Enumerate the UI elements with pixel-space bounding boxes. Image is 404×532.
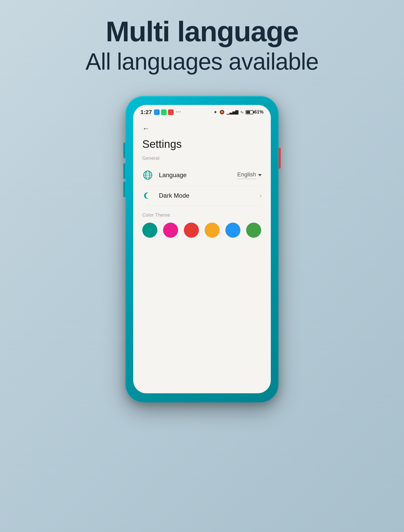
battery-fill <box>246 111 250 114</box>
globe-icon-container <box>142 170 153 181</box>
color-swatch-orange[interactable] <box>205 223 220 238</box>
color-swatch-blue[interactable] <box>225 223 240 238</box>
phone-screen: 1:27 ··· ✦ 🔕 ▁▃▅▇ ∿ <box>133 105 271 393</box>
mute-icon: 🔕 <box>219 110 225 115</box>
back-button[interactable]: ← <box>142 124 262 133</box>
status-bar-left: 1:27 ··· <box>140 109 181 116</box>
status-more-dots: ··· <box>176 109 181 115</box>
color-swatch-teal[interactable] <box>142 223 157 238</box>
color-theme-label: Color Theme <box>142 212 262 218</box>
battery-icon <box>246 110 253 114</box>
dark-mode-setting-item[interactable]: Dark Mode › <box>142 185 262 206</box>
signal-icon: ▁▃▅▇ <box>227 110 238 115</box>
header-title-line1: Multi language <box>85 16 319 47</box>
language-dropdown-arrow <box>258 174 262 176</box>
phone-frame: 1:27 ··· ✦ 🔕 ▁▃▅▇ ∿ <box>125 96 279 402</box>
header-title-line2: All languages available <box>85 48 319 75</box>
chevron-right-icon: › <box>260 192 262 199</box>
language-setting-item[interactable]: Language English <box>142 165 262 185</box>
globe-icon <box>143 170 152 180</box>
general-section-label: General <box>142 156 262 161</box>
moon-icon-shape <box>143 191 152 200</box>
moon-icon-container <box>142 190 153 201</box>
color-swatch-green[interactable] <box>246 223 261 238</box>
moon-svg <box>143 191 152 200</box>
language-label: Language <box>159 171 237 179</box>
telegram-icon <box>154 109 160 115</box>
color-swatches-container <box>142 223 262 238</box>
status-bar: 1:27 ··· ✦ 🔕 ▁▃▅▇ ∿ <box>133 105 271 119</box>
screen-content: ← Settings General <box>133 119 271 243</box>
gmail-icon <box>168 109 174 115</box>
phone-container: 1:27 ··· ✦ 🔕 ▁▃▅▇ ∿ <box>125 96 279 402</box>
settings-page-title: Settings <box>142 138 262 150</box>
dark-mode-chevron[interactable]: › <box>260 192 262 199</box>
language-value[interactable]: English <box>237 171 262 179</box>
color-swatch-pink[interactable] <box>163 223 178 238</box>
status-app-icons <box>154 109 174 115</box>
bluetooth-icon: ✦ <box>213 109 217 115</box>
dark-mode-label: Dark Mode <box>159 192 260 199</box>
wifi-icon: ∿ <box>240 110 244 115</box>
color-swatch-red[interactable] <box>184 223 199 238</box>
status-time: 1:27 <box>140 109 152 116</box>
language-selected-value: English <box>237 171 256 179</box>
battery-percent: 61% <box>254 109 264 115</box>
status-bar-right: ✦ 🔕 ▁▃▅▇ ∿ 61% <box>213 109 264 115</box>
battery-container: 61% <box>246 109 264 115</box>
color-theme-section: Color Theme <box>142 212 262 238</box>
header-section: Multi language All languages available <box>85 16 319 75</box>
whatsapp-icon <box>161 109 167 115</box>
